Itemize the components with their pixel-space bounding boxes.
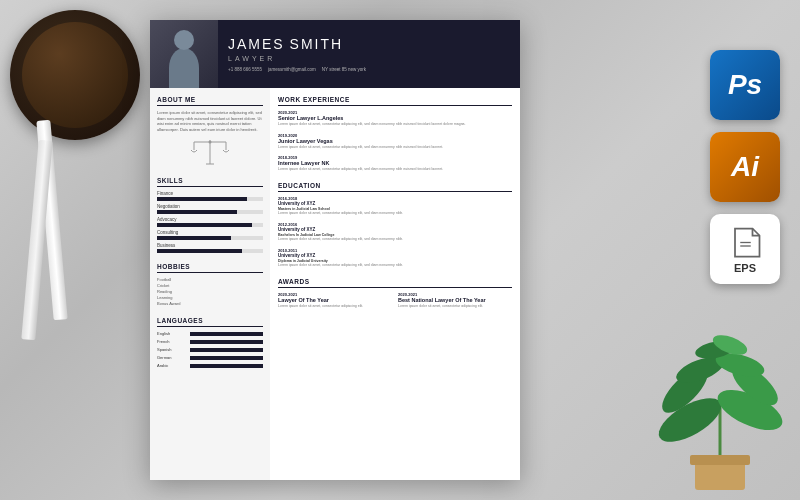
award-item: 2020-2021 Lawyer Of The Year Lorem ipsum…: [278, 292, 392, 309]
skill-item: Negotiation: [157, 204, 263, 214]
plant-decoration: [640, 320, 800, 500]
eps-icon: EPS: [710, 214, 780, 284]
work-experience-title: Work Experience: [278, 96, 512, 106]
language-item: French: [157, 339, 263, 344]
skills-title: Skills: [157, 177, 263, 187]
language-item: German: [157, 355, 263, 360]
language-item: Spanish: [157, 347, 263, 352]
resume-name-area: JAMES SMITH LAWYER +1 888 666 5555 james…: [218, 28, 520, 80]
illustrator-icon: Ai: [710, 132, 780, 202]
work-experience-column: Work Experience 2020-2021 Senior Lawyer …: [278, 96, 512, 324]
svg-rect-9: [690, 455, 750, 465]
eps-vector-icon: [728, 225, 763, 260]
pen-decoration: [30, 120, 50, 360]
skill-item: Business: [157, 243, 263, 253]
scale-icon: [190, 137, 230, 167]
work-experience-section: Work Experience 2020-2021 Senior Lawyer …: [278, 96, 512, 172]
skill-item: Advocacy: [157, 217, 263, 227]
language-item: Arabic: [157, 363, 263, 368]
svg-point-2: [209, 141, 212, 144]
resume-header: JAMES SMITH LAWYER +1 888 666 5555 james…: [150, 20, 520, 88]
languages-section: Languages English French Spanish: [157, 317, 263, 368]
resume-right-column: Work Experience 2020-2021 Senior Lawyer …: [270, 88, 520, 480]
hobbies-section: Hobbies FootballCricketReadingLearningBo…: [157, 263, 263, 307]
education-title: Education: [278, 182, 512, 192]
award-item: 2020-2021 Best National Lawyer Of The Ye…: [398, 292, 512, 309]
eps-label: EPS: [734, 262, 756, 274]
skills-section: Skills Finance Negotiation Advocacy: [157, 177, 263, 253]
awards-title: Awards: [278, 278, 512, 288]
about-title: About me: [157, 96, 263, 106]
resume-contact: +1 888 666 5555 jamessmith@gmail.com NY …: [228, 67, 510, 72]
photoshop-icon: Ps: [710, 50, 780, 120]
skills-list: Finance Negotiation Advocacy Consulting: [157, 191, 263, 253]
about-text: Lorem ipsum dolor sit amet, consectetur …: [157, 110, 263, 132]
resume-photo: [150, 20, 218, 88]
right-columns: Work Experience 2020-2021 Senior Lawyer …: [278, 96, 512, 324]
languages-list: English French Spanish German: [157, 331, 263, 368]
education-item: 2010-2011 University of XYZ Diploma in J…: [278, 248, 512, 268]
resume-name: JAMES SMITH: [228, 36, 510, 53]
work-item: 2020-2021 Senior Lawyer L.Angeles Lorem …: [278, 110, 512, 127]
resume-document: JAMES SMITH LAWYER +1 888 666 5555 james…: [150, 20, 520, 480]
resume-body: About me Lorem ipsum dolor sit amet, con…: [150, 88, 520, 480]
skill-item: Finance: [157, 191, 263, 201]
language-item: English: [157, 331, 263, 336]
hobbies-list: FootballCricketReadingLearningBonus Awar…: [157, 277, 263, 307]
education-item: 2012-2016 University of XYZ Bachelors In…: [278, 222, 512, 242]
awards-section: Awards 2020-2021 Lawyer Of The Year Lore…: [278, 278, 512, 315]
education-section: Education 2016-2018 University of XYZ Ma…: [278, 182, 512, 268]
languages-title: Languages: [157, 317, 263, 327]
resume-left-column: About me Lorem ipsum dolor sit amet, con…: [150, 88, 270, 480]
about-section: About me Lorem ipsum dolor sit amet, con…: [157, 96, 263, 167]
hobbies-title: Hobbies: [157, 263, 263, 273]
education-item: 2016-2018 University of XYZ Masters in J…: [278, 196, 512, 216]
resume-title: LAWYER: [228, 55, 510, 62]
skill-item: Consulting: [157, 230, 263, 240]
software-icons-panel: Ps Ai EPS: [710, 50, 780, 284]
work-item: 2018-2019 Internee Lawyer NK Lorem ipsum…: [278, 155, 512, 172]
work-item: 2019-2020 Junior Lawyer Vegas Lorem ipsu…: [278, 133, 512, 150]
